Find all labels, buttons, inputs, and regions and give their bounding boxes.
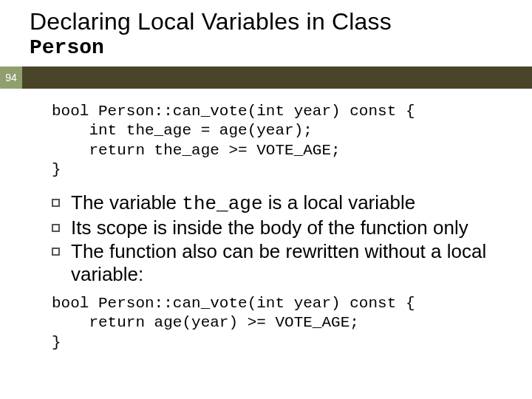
bullet-item: Its scope is inside the body of the func…: [52, 216, 517, 240]
bullet-item: The variable the_age is a local variable: [52, 191, 517, 216]
bullet-list: The variable the_age is a local variable…: [52, 191, 517, 287]
inline-code: the_age: [182, 193, 262, 215]
code-line: return age(year) >= VOTE_AGE;: [52, 314, 359, 331]
code-line: return the_age >= VOTE_AGE;: [52, 142, 341, 159]
code-block-1: bool Person::can_vote(int year) const { …: [52, 102, 517, 180]
bullet-text: is a local variable: [263, 191, 416, 214]
bullet-text: Its scope is inside the body of the func…: [71, 216, 468, 239]
header-stripe: 94: [0, 66, 532, 89]
slide-number-badge: 94: [0, 66, 22, 89]
bullet-item: The function also can be rewritten witho…: [52, 240, 517, 287]
code-line: }: [52, 161, 61, 178]
slide-body: bool Person::can_vote(int year) const { …: [0, 89, 532, 352]
title-line1: Declaring Local Variables in Class: [30, 9, 532, 35]
slide-title: Declaring Local Variables in Class Perso…: [0, 0, 532, 59]
slide: Declaring Local Variables in Class Perso…: [0, 0, 532, 399]
code-line: bool Person::can_vote(int year) const {: [52, 295, 415, 312]
code-line: }: [52, 334, 61, 351]
bullet-text: The function also can be rewritten witho…: [71, 240, 486, 286]
code-block-2: bool Person::can_vote(int year) const { …: [52, 294, 517, 352]
title-line2: Person: [30, 36, 532, 59]
code-line: bool Person::can_vote(int year) const {: [52, 103, 415, 120]
bullet-text: The variable: [71, 191, 182, 214]
code-line: int the_age = age(year);: [52, 122, 313, 139]
